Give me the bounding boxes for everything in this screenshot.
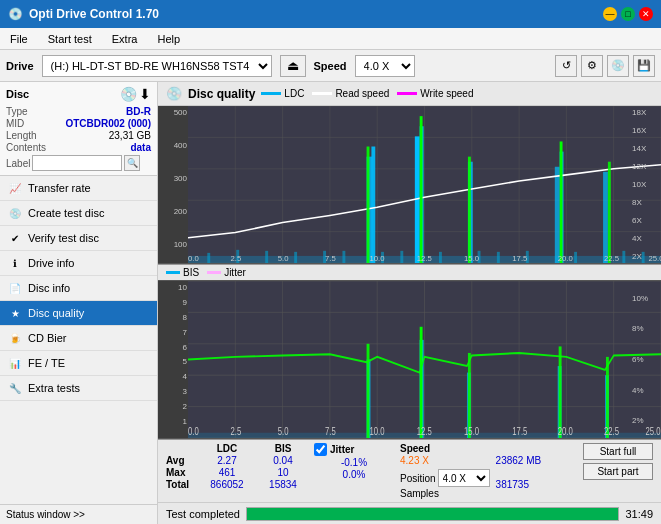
svg-rect-29 <box>294 252 297 263</box>
sidebar-item-disc-info[interactable]: 📄 Disc info <box>0 276 157 301</box>
menubar: File Start test Extra Help <box>0 28 661 50</box>
save-icon[interactable]: 💾 <box>633 55 655 77</box>
bottom-row: Test completed 31:49 <box>158 502 661 524</box>
verify-test-disc-icon: ✔ <box>8 231 22 245</box>
stats-avg-bis: 0.04 <box>258 455 308 466</box>
disc-header: Disc 💿 ⬇ <box>6 86 151 102</box>
refresh-icon[interactable]: ↺ <box>555 55 577 77</box>
app-title: Opti Drive Control 1.70 <box>29 7 159 21</box>
disc-length-label: Length <box>6 130 37 141</box>
jitter-checkbox[interactable] <box>314 443 327 456</box>
start-part-button[interactable]: Start part <box>583 463 653 480</box>
svg-text:12.5: 12.5 <box>417 426 432 437</box>
menu-help[interactable]: Help <box>153 32 184 46</box>
sidebar-item-transfer-rate[interactable]: 📈 Transfer rate <box>0 176 157 201</box>
sidebar-label-disc-quality: Disc quality <box>28 307 84 319</box>
legend-jitter: Jitter <box>207 267 246 278</box>
fe-te-icon: 📊 <box>8 356 22 370</box>
menu-file[interactable]: File <box>6 32 32 46</box>
svg-rect-41 <box>367 147 370 263</box>
stats-max-bis: 10 <box>258 467 308 478</box>
legend-write-speed-color <box>397 92 417 95</box>
disc-icon[interactable]: 💿 <box>607 55 629 77</box>
status-window: Status window >> <box>0 504 157 524</box>
legend-ldc-label: LDC <box>284 88 304 99</box>
sidebar: Disc 💿 ⬇ Type BD-R MID OTCBDR002 (000) L… <box>0 82 158 524</box>
stats-row-labels: Avg Max Total <box>166 443 196 490</box>
disc-label-input[interactable] <box>32 155 122 171</box>
chart1-right-axis: 18X 16X 14X 12X 10X 8X 6X 4X 2X <box>631 106 661 263</box>
sidebar-item-drive-info[interactable]: ℹ Drive info <box>0 251 157 276</box>
axis-7: 7 <box>159 328 187 337</box>
disc-quality-header-icon: 💿 <box>166 86 182 101</box>
svg-text:0.0: 0.0 <box>188 426 199 437</box>
speed-select[interactable]: 4.0 X <box>355 55 415 77</box>
legend-bis: BIS <box>166 267 199 278</box>
disc-type-value: BD-R <box>126 106 151 117</box>
settings-icon[interactable]: ⚙ <box>581 55 603 77</box>
axis-9: 9 <box>159 298 187 307</box>
stats-position-col: 23862 MB 381735 <box>496 443 542 490</box>
svg-text:22.5: 22.5 <box>604 426 619 437</box>
svg-rect-31 <box>342 251 345 263</box>
time-display: 31:49 <box>625 508 653 520</box>
axis-4x: 4X <box>632 234 660 243</box>
svg-text:10.0: 10.0 <box>369 426 384 437</box>
drivebar: Drive (H:) HL-DT-ST BD-RE WH16NS58 TST4 … <box>0 50 661 82</box>
axis-300: 300 <box>159 174 187 183</box>
drive-select[interactable]: (H:) HL-DT-ST BD-RE WH16NS58 TST4 <box>42 55 272 77</box>
axis-6pct: 6% <box>632 355 660 364</box>
svg-text:12.5: 12.5 <box>417 254 433 263</box>
svg-text:15.0: 15.0 <box>464 426 479 437</box>
chart-legend: LDC Read speed Write speed <box>261 88 473 99</box>
action-buttons: Start full Start part <box>583 443 653 480</box>
svg-text:10.0: 10.0 <box>369 254 385 263</box>
chart2-right-axis: 10% 8% 6% 4% 2% <box>631 281 661 438</box>
maximize-button[interactable]: □ <box>621 7 635 21</box>
stats-position-label: Position <box>400 473 436 484</box>
stats-samples-value: 381735 <box>496 479 542 490</box>
titlebar: 💿 Opti Drive Control 1.70 — □ ✕ <box>0 0 661 28</box>
stats-avg-jitter: -0.1% <box>314 457 394 468</box>
axis-1: 1 <box>159 417 187 426</box>
sidebar-item-cd-bier[interactable]: 🍺 CD Bier <box>0 326 157 351</box>
menu-start-test[interactable]: Start test <box>44 32 96 46</box>
sidebar-label-drive-info: Drive info <box>28 257 74 269</box>
stats-header-spacer <box>166 443 196 454</box>
svg-text:7.5: 7.5 <box>325 426 336 437</box>
disc-mid-value: OTCBDR002 (000) <box>65 118 151 129</box>
sidebar-label-disc-info: Disc info <box>28 282 70 294</box>
titlebar-left: 💿 Opti Drive Control 1.70 <box>8 7 159 21</box>
transfer-rate-icon: 📈 <box>8 181 22 195</box>
disc-quality-icon: ★ <box>8 306 22 320</box>
svg-rect-85 <box>367 344 370 438</box>
start-full-button[interactable]: Start full <box>583 443 653 460</box>
disc-label-search-button[interactable]: 🔍 <box>124 155 140 171</box>
minimize-button[interactable]: — <box>603 7 617 21</box>
drivebar-icons: ↺ ⚙ 💿 💾 <box>555 55 655 77</box>
sidebar-item-fe-te[interactable]: 📊 FE / TE <box>0 351 157 376</box>
axis-4pct: 4% <box>632 386 660 395</box>
legend-jitter-color <box>207 271 221 274</box>
menu-extra[interactable]: Extra <box>108 32 142 46</box>
stats-max-ldc: 461 <box>202 467 252 478</box>
eject-button[interactable]: ⏏ <box>280 55 306 77</box>
svg-rect-88 <box>559 346 562 438</box>
disc-type-label: Type <box>6 106 28 117</box>
disc-contents-row: Contents data <box>6 142 151 153</box>
create-test-disc-icon: 💿 <box>8 206 22 220</box>
axis-3: 3 <box>159 387 187 396</box>
cd-bier-icon: 🍺 <box>8 331 22 345</box>
stats-max-jitter: 0.0% <box>314 469 394 480</box>
close-button[interactable]: ✕ <box>639 7 653 21</box>
sidebar-item-disc-quality[interactable]: ★ Disc quality <box>0 301 157 326</box>
progress-bar-fill <box>247 508 618 520</box>
status-window-label[interactable]: Status window >> <box>6 509 85 520</box>
axis-6x: 6X <box>632 216 660 225</box>
svg-rect-39 <box>622 251 625 263</box>
sidebar-item-verify-test-disc[interactable]: ✔ Verify test disc <box>0 226 157 251</box>
svg-text:7.5: 7.5 <box>325 254 336 263</box>
sidebar-item-extra-tests[interactable]: 🔧 Extra tests <box>0 376 157 401</box>
stats-speed-select[interactable]: 4.0 X <box>438 469 490 487</box>
sidebar-item-create-test-disc[interactable]: 💿 Create test disc <box>0 201 157 226</box>
